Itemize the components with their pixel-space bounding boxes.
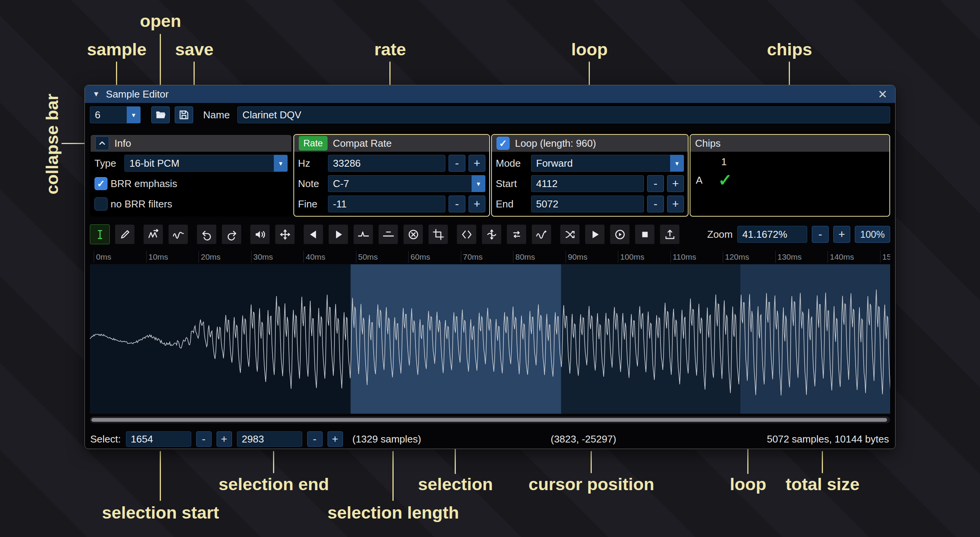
selection-start-plus-button[interactable]: + bbox=[217, 431, 232, 447]
zoom-in-button[interactable]: + bbox=[833, 226, 850, 243]
undo-button[interactable] bbox=[197, 224, 217, 244]
waveform-display[interactable] bbox=[90, 264, 890, 414]
chevron-down-icon[interactable]: ▼ bbox=[472, 175, 485, 192]
zoom-input[interactable]: 41.1672% bbox=[737, 226, 807, 243]
invert-button[interactable] bbox=[482, 224, 502, 244]
loop-start-plus-button[interactable]: + bbox=[667, 175, 684, 192]
loop-mode-select[interactable]: Forward ▼ bbox=[531, 155, 684, 172]
selection-start-minus-button[interactable]: - bbox=[196, 431, 212, 447]
chip-enabled-check-icon[interactable]: ✓ bbox=[718, 172, 732, 189]
normalize-button[interactable] bbox=[275, 224, 295, 244]
crossfade-loop-button[interactable] bbox=[560, 224, 580, 244]
time-ruler[interactable]: 0ms10ms20ms30ms40ms50ms60ms70ms80ms90ms1… bbox=[90, 249, 890, 264]
name-input[interactable]: Clarinet DQV bbox=[237, 106, 890, 123]
ruler-tick-label: 40ms bbox=[306, 252, 325, 262]
filter-button[interactable] bbox=[531, 224, 551, 244]
close-icon[interactable]: ✕ bbox=[878, 88, 887, 101]
annotation-selection: selection bbox=[418, 475, 493, 494]
annotation-collapse-bar: collapse bar bbox=[43, 94, 62, 195]
waveform-scrollbar[interactable] bbox=[90, 416, 890, 423]
ruler-tick bbox=[356, 251, 356, 263]
loop-end-minus-button[interactable]: - bbox=[647, 196, 664, 212]
ruler-tick bbox=[513, 251, 513, 263]
insert-silence-button[interactable] bbox=[353, 224, 373, 244]
invert-icon bbox=[486, 229, 498, 240]
ruler-tick-label: 30ms bbox=[253, 252, 273, 262]
annotation-loop-region: loop bbox=[730, 475, 766, 494]
brr-emphasis-checkbox[interactable]: ✓ bbox=[94, 177, 108, 190]
hz-plus-button[interactable]: + bbox=[468, 155, 485, 172]
play-button[interactable] bbox=[585, 224, 605, 244]
resize-button[interactable] bbox=[143, 224, 163, 244]
fine-input[interactable]: -11 bbox=[328, 196, 445, 212]
fade-out-button[interactable] bbox=[328, 224, 348, 244]
open-button[interactable] bbox=[151, 106, 170, 123]
fine-plus-button[interactable]: + bbox=[468, 196, 485, 212]
fade-in-button[interactable] bbox=[303, 224, 323, 244]
loop-end-input[interactable]: 5072 bbox=[531, 196, 644, 212]
sign-convert-icon bbox=[511, 229, 523, 240]
sample-selector[interactable]: 6 ▼ bbox=[90, 106, 141, 123]
preview-loop-button[interactable] bbox=[610, 224, 630, 244]
select-mode-button[interactable] bbox=[90, 224, 110, 244]
draw-mode-button[interactable] bbox=[115, 224, 135, 244]
total-size-text: 5072 samples, 10144 bytes bbox=[767, 433, 889, 445]
amplify-button[interactable] bbox=[250, 224, 270, 244]
chevron-down-icon[interactable]: ▼ bbox=[670, 155, 684, 172]
ruler-tick-label: 150ms bbox=[882, 252, 891, 262]
reverse-icon bbox=[461, 229, 473, 240]
ruler-tick-label: 0ms bbox=[96, 252, 111, 262]
resample-icon bbox=[172, 229, 184, 240]
loop-start-input[interactable]: 4112 bbox=[531, 175, 644, 192]
annotation-line bbox=[392, 451, 394, 501]
annotation-open: open bbox=[140, 12, 181, 31]
ruler-tick-label: 10ms bbox=[149, 252, 168, 262]
loop-start-minus-button[interactable]: - bbox=[647, 175, 664, 192]
chevron-down-icon[interactable]: ▼ bbox=[127, 106, 141, 123]
import-button[interactable] bbox=[660, 224, 680, 244]
save-button[interactable] bbox=[175, 106, 193, 123]
ruler-tick-label: 110ms bbox=[673, 252, 696, 262]
ruler-tick-label: 90ms bbox=[568, 252, 588, 262]
fine-minus-button[interactable]: - bbox=[449, 196, 465, 212]
note-select[interactable]: C-7 ▼ bbox=[328, 175, 485, 192]
trim-icon bbox=[432, 229, 444, 240]
selection-start-input[interactable]: 1654 bbox=[126, 431, 191, 447]
delete-selection-button[interactable] bbox=[403, 224, 423, 244]
scrollbar-thumb[interactable] bbox=[91, 418, 887, 422]
type-select[interactable]: 16-bit PCM ▼ bbox=[124, 155, 288, 172]
hz-input[interactable]: 33286 bbox=[328, 155, 445, 172]
collapse-bar-button[interactable] bbox=[95, 136, 109, 150]
chips-header: Chips bbox=[695, 138, 720, 149]
reverse-button[interactable] bbox=[457, 224, 477, 244]
resample-button[interactable] bbox=[168, 224, 188, 244]
selection-end-minus-button[interactable]: - bbox=[307, 431, 323, 447]
documentation-canvas: open sample save rate loop chips collaps… bbox=[0, 0, 980, 537]
loop-end-plus-button[interactable]: + bbox=[667, 196, 684, 212]
chevron-down-icon[interactable]: ▼ bbox=[274, 155, 288, 172]
no-brr-filters-label: no BRR filters bbox=[111, 198, 172, 210]
ruler-tick bbox=[251, 251, 252, 263]
zoom-out-button[interactable]: - bbox=[812, 226, 829, 243]
select-mode-icon bbox=[94, 229, 106, 240]
loop-enabled-checkbox[interactable]: ✓ bbox=[497, 137, 510, 150]
fine-label: Fine bbox=[298, 198, 325, 210]
ruler-tick bbox=[618, 251, 618, 263]
collapse-window-icon[interactable]: ▼ bbox=[93, 90, 100, 98]
cursor-position-text: (3823, -25297) bbox=[551, 433, 616, 445]
stop-button[interactable] bbox=[635, 224, 655, 244]
chips-section: Chips 1 A ✓ bbox=[690, 134, 890, 217]
annotation-sample: sample bbox=[87, 40, 146, 59]
sign-convert-button[interactable] bbox=[507, 224, 526, 244]
no-brr-filters-checkbox[interactable]: ✓ bbox=[94, 197, 108, 210]
zoom-reset-button[interactable]: 100% bbox=[855, 226, 890, 243]
redo-button[interactable] bbox=[222, 224, 242, 244]
apply-silence-button[interactable] bbox=[378, 224, 398, 244]
hz-minus-button[interactable]: - bbox=[449, 155, 465, 172]
waveform bbox=[90, 264, 890, 414]
titlebar[interactable]: ▼ Sample Editor ✕ bbox=[85, 85, 895, 103]
selection-end-plus-button[interactable]: + bbox=[328, 431, 343, 447]
annotation-chips: chips bbox=[767, 40, 812, 59]
trim-button[interactable] bbox=[428, 224, 448, 244]
selection-end-input[interactable]: 2983 bbox=[237, 431, 302, 447]
